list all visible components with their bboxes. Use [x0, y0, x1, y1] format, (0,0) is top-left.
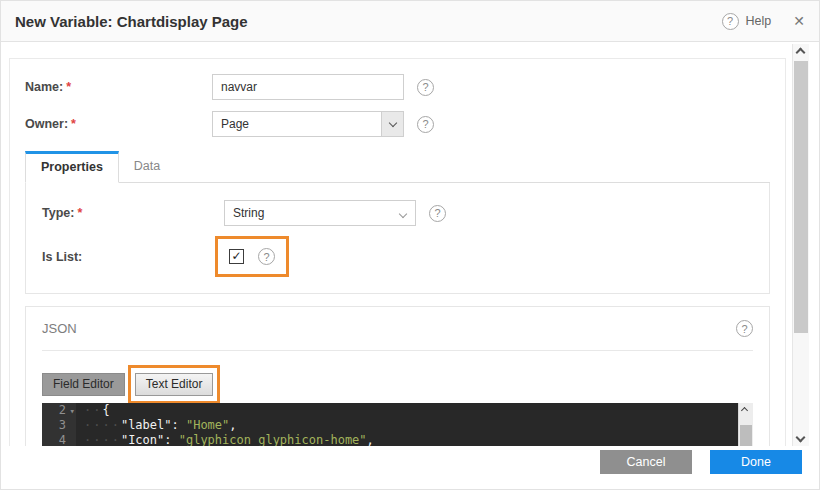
dialog-scrollbar-thumb[interactable]	[794, 61, 808, 333]
cancel-button[interactable]: Cancel	[600, 450, 692, 474]
help-icon[interactable]: ?	[722, 13, 739, 30]
code-line: 3 ····"label": "Home",	[42, 418, 753, 433]
json-divider	[42, 350, 753, 351]
owner-dropdown-button[interactable]	[381, 112, 403, 136]
name-label: Name:*	[25, 80, 212, 94]
json-section-title: JSON	[42, 321, 77, 336]
field-editor-button[interactable]: Field Editor	[42, 373, 125, 396]
type-label: Type:*	[42, 206, 224, 220]
owner-label: Owner:*	[25, 117, 212, 131]
owner-help-icon[interactable]: ?	[417, 116, 434, 133]
is-list-checkbox[interactable]: ✓	[229, 249, 244, 264]
scroll-up-icon[interactable]	[796, 48, 806, 58]
type-row: Type:* String ?	[42, 200, 753, 226]
header-actions: ? Help ✕	[722, 13, 805, 30]
type-select[interactable]: String	[224, 200, 416, 226]
name-row: Name:* ?	[25, 74, 770, 100]
editor-toggle-group: Field Editor Text Editor	[42, 363, 753, 405]
chevron-down-icon	[388, 118, 396, 126]
type-help-icon[interactable]: ?	[429, 205, 446, 222]
chevron-down-icon	[399, 210, 407, 218]
editor-scrollbar-thumb[interactable]	[740, 425, 752, 448]
name-help-icon[interactable]: ?	[417, 79, 434, 96]
tab-data[interactable]: Data	[119, 151, 175, 182]
owner-row: Owner:* Page ?	[25, 111, 770, 137]
dialog-footer: Cancel Done	[1, 446, 819, 489]
json-section: JSON ? Field Editor Text Editor 2▾ ··{	[25, 306, 770, 448]
is-list-help-icon[interactable]: ?	[258, 248, 275, 265]
text-editor-highlight: Text Editor	[128, 365, 221, 404]
scroll-up-icon[interactable]	[741, 407, 748, 414]
required-asterisk: *	[71, 117, 76, 131]
done-button[interactable]: Done	[710, 450, 802, 474]
tab-bar: Properties Data	[25, 151, 770, 183]
json-header: JSON ?	[42, 320, 753, 337]
is-list-label: Is List:	[42, 250, 215, 264]
close-icon[interactable]: ✕	[793, 13, 805, 29]
editor-scrollbar[interactable]	[738, 403, 753, 448]
required-asterisk: *	[77, 206, 82, 220]
dialog-scrollbar[interactable]	[792, 44, 809, 446]
name-input[interactable]	[212, 74, 404, 100]
dialog-body: Name:* ? Owner:* Page ? Properties Data …	[1, 42, 819, 448]
text-editor-button[interactable]: Text Editor	[135, 373, 214, 396]
scroll-down-icon[interactable]	[796, 433, 806, 443]
is-list-highlight: ✓ ?	[215, 236, 289, 277]
form-panel: Name:* ? Owner:* Page ? Properties Data …	[9, 58, 786, 448]
properties-tab-content: Type:* String ? Is List: ✓ ?	[25, 183, 770, 294]
dialog-header: New Variable: Chartdisplay Page ? Help ✕	[1, 1, 819, 42]
json-code-editor[interactable]: 2▾ ··{ 3 ····"label": "Home", 4 ····"Ico…	[42, 403, 753, 448]
dialog-title: New Variable: Chartdisplay Page	[15, 13, 248, 30]
help-link[interactable]: Help	[746, 14, 772, 28]
required-asterisk: *	[66, 80, 71, 94]
owner-selected-value: Page	[213, 117, 249, 131]
type-selected-value: String	[225, 206, 264, 220]
json-help-icon[interactable]: ?	[736, 320, 753, 337]
owner-select[interactable]: Page	[212, 111, 404, 137]
is-list-row: Is List: ✓ ?	[42, 236, 753, 277]
fold-caret-icon[interactable]: ▾	[70, 404, 75, 419]
check-icon: ✓	[231, 249, 241, 263]
new-variable-dialog: New Variable: Chartdisplay Page ? Help ✕…	[0, 0, 820, 490]
code-line: 2▾ ··{	[42, 403, 753, 418]
tab-properties[interactable]: Properties	[25, 151, 119, 183]
